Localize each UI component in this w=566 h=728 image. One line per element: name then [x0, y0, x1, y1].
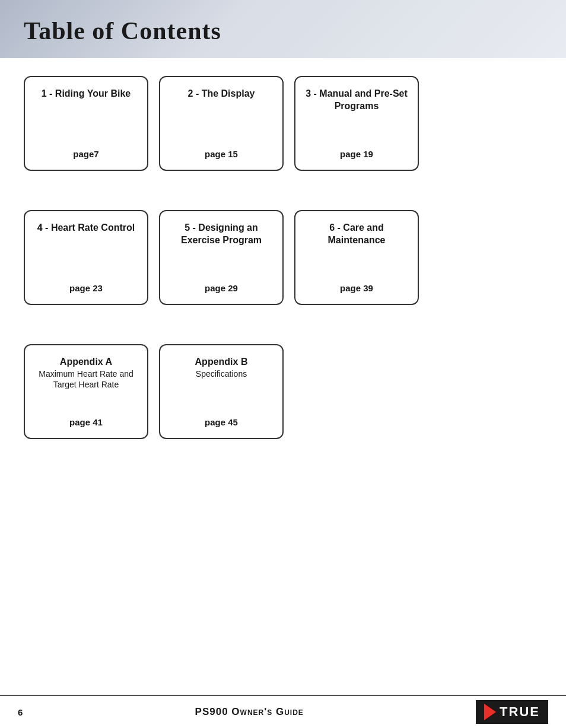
logo-text: TRUE [500, 704, 540, 720]
toc-cell-appendix-b-page: page 45 [205, 417, 238, 427]
toc-cell-4-title: 4 - Heart Rate Control [37, 222, 135, 234]
toc-cell-4-page: page 23 [69, 283, 103, 293]
toc-cell-4: 4 - Heart Rate Control page 23 [24, 210, 148, 305]
toc-grid-row3: Appendix A Maximum Heart Rate and Target… [0, 344, 566, 439]
toc-cell-3-title: 3 - Manual and Pre-Set Programs [304, 88, 409, 113]
toc-cell-appendix-a-title: Appendix A [33, 356, 139, 368]
footer-page-number: 6 [18, 707, 23, 717]
toc-cell-2: 2 - The Display page 15 [159, 76, 284, 171]
toc-cell-6: 6 - Care and Maintenance page 39 [294, 210, 419, 305]
toc-cell-2-title: 2 - The Display [188, 88, 255, 100]
toc-cell-appendix-a-sub: Maximum Heart Rate and Target Heart Rate [33, 368, 139, 390]
toc-cell-1-page: page7 [73, 149, 98, 159]
toc-cell-5-page: page 29 [205, 283, 238, 293]
toc-cell-5: 5 - Designing an Exercise Program page 2… [159, 210, 284, 305]
toc-cell-5-title: 5 - Designing an Exercise Program [168, 222, 274, 247]
toc-grid-row1: 1 - Riding Your Bike page7 2 - The Displ… [0, 76, 566, 192]
toc-cell-1-title: 1 - Riding Your Bike [42, 88, 131, 100]
footer-logo: TRUE [476, 700, 548, 724]
toc-cell-2-page: page 15 [205, 149, 238, 159]
logo-triangle-icon [484, 704, 496, 720]
toc-cell-appendix-a: Appendix A Maximum Heart Rate and Target… [24, 344, 148, 439]
toc-cell-appendix-b-title: Appendix B [195, 356, 248, 368]
footer: 6 PS900 Owner's Guide TRUE [0, 695, 566, 728]
toc-grid-row2: 4 - Heart Rate Control page 23 5 - Desig… [0, 210, 566, 326]
page-title: Table of Contents [24, 17, 542, 45]
toc-cell-3: 3 - Manual and Pre-Set Programs page 19 [294, 76, 419, 171]
toc-cell-6-title: 6 - Care and Maintenance [304, 222, 409, 247]
toc-cell-appendix-a-page: page 41 [69, 417, 103, 427]
toc-cell-3-page: page 19 [340, 149, 373, 159]
page: Table of Contents 1 - Riding Your Bike p… [0, 0, 566, 728]
toc-cell-6-page: page 39 [340, 283, 373, 293]
footer-guide-title: PS900 Owner's Guide [23, 706, 476, 718]
logo-box: TRUE [476, 700, 548, 724]
header: Table of Contents [0, 0, 566, 58]
toc-cell-appendix-b: Appendix B Specifications page 45 [159, 344, 284, 439]
toc-cell-appendix-b-sub: Specifications [195, 368, 248, 379]
toc-cell-1: 1 - Riding Your Bike page7 [24, 76, 148, 171]
